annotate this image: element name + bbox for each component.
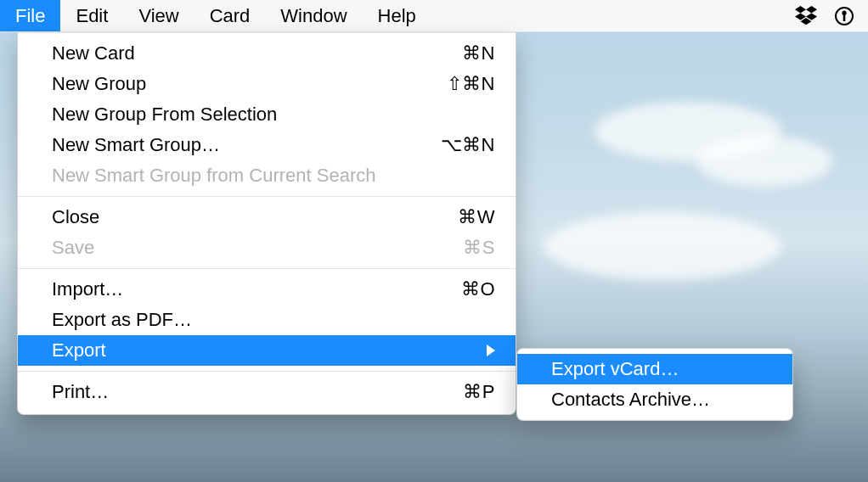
menu-item-label: Export: [52, 339, 476, 362]
menu-item-label: New Group From Selection: [52, 104, 495, 126]
menu-item-label: Export as PDF…: [52, 309, 495, 331]
menu-item-save: Save ⌘S: [18, 233, 516, 263]
menu-card-label: Card: [210, 5, 251, 27]
menu-item-new-group[interactable]: New Group ⇧⌘N: [18, 69, 516, 99]
menu-item-label: Close: [52, 206, 458, 228]
menu-separator: [18, 371, 516, 372]
submenu-item-label: Contacts Archive…: [551, 389, 772, 411]
menu-window-label: Window: [280, 5, 347, 27]
menu-item-label: Import…: [52, 278, 461, 300]
submenu-item-label: Export vCard…: [551, 358, 772, 380]
submenu-arrow-icon: [487, 345, 495, 356]
menu-item-print[interactable]: Print… ⌘P: [18, 377, 516, 407]
menu-item-new-group-from-selection[interactable]: New Group From Selection: [18, 99, 516, 130]
menu-item-label: New Smart Group…: [52, 134, 441, 156]
menu-item-label: New Smart Group from Current Search: [52, 165, 495, 187]
file-menu-dropdown: New Card ⌘N New Group ⇧⌘N New Group From…: [17, 32, 516, 415]
menu-file[interactable]: File: [0, 0, 60, 31]
menu-item-label: Print…: [52, 381, 463, 403]
menu-item-new-smart-group-search: New Smart Group from Current Search: [18, 160, 516, 191]
menu-item-shortcut: ⌘O: [461, 278, 495, 300]
menu-card[interactable]: Card: [194, 0, 266, 31]
menu-view-label: View: [138, 5, 178, 27]
submenu-item-export-vcard[interactable]: Export vCard…: [517, 354, 792, 384]
menu-edit-label: Edit: [76, 5, 108, 27]
menu-item-shortcut: ⌘W: [458, 206, 495, 228]
onepassword-icon[interactable]: [834, 6, 854, 26]
menu-item-shortcut: ⇧⌘N: [447, 73, 495, 95]
menu-item-export[interactable]: Export: [18, 335, 516, 366]
menu-help-label: Help: [378, 5, 416, 27]
menu-file-label: File: [15, 5, 45, 27]
menubar-left: File Edit View Card Window Help: [0, 0, 431, 31]
menu-item-new-smart-group[interactable]: New Smart Group… ⌥⌘N: [18, 130, 516, 160]
menu-item-export-pdf[interactable]: Export as PDF…: [18, 305, 516, 335]
menu-item-shortcut: ⌥⌘N: [441, 134, 495, 156]
menu-separator: [18, 268, 516, 269]
menubar-status-area: [795, 6, 868, 26]
submenu-item-contacts-archive[interactable]: Contacts Archive…: [517, 384, 792, 415]
menu-item-label: Save: [52, 237, 463, 259]
dropbox-icon[interactable]: [795, 6, 817, 26]
menubar: File Edit View Card Window Help: [0, 0, 868, 32]
menu-item-close[interactable]: Close ⌘W: [18, 202, 516, 233]
menu-item-shortcut: ⌘N: [462, 42, 495, 64]
menu-item-shortcut: ⌘P: [463, 381, 495, 403]
menu-window[interactable]: Window: [265, 0, 362, 31]
menu-item-import[interactable]: Import… ⌘O: [18, 274, 516, 305]
menu-item-label: New Card: [52, 42, 462, 64]
menu-edit[interactable]: Edit: [60, 0, 123, 31]
menu-item-shortcut: ⌘S: [463, 237, 495, 259]
menu-item-label: New Group: [52, 73, 447, 95]
export-submenu: Export vCard… Contacts Archive…: [516, 348, 793, 421]
menu-separator: [18, 196, 516, 197]
menu-item-new-card[interactable]: New Card ⌘N: [18, 38, 516, 69]
menu-view[interactable]: View: [123, 0, 194, 31]
menu-help[interactable]: Help: [363, 0, 431, 31]
svg-rect-2: [843, 14, 846, 21]
